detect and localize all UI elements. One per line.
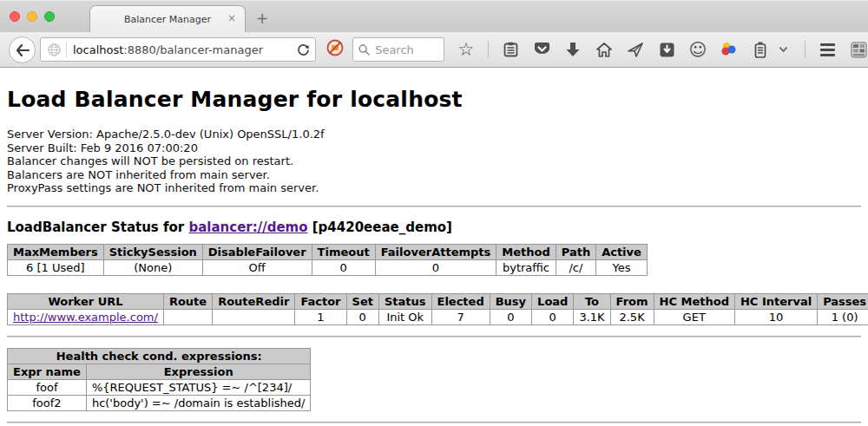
search-bar[interactable]: Search [352,37,444,62]
cell-status: Init Ok [378,309,431,324]
cell-hc-method: GET [654,309,734,324]
cell-active: Yes [596,259,648,275]
cell-maxmembers: 6 [1 Used] [8,259,104,275]
url-text[interactable]: localhost:8880/balancer-manager [73,43,293,56]
extension-download-icon[interactable] [657,40,676,59]
cell-elected: 7 [431,309,490,324]
tab-close-icon[interactable]: × [227,13,236,23]
cell-routeredir [213,309,295,324]
cell-timeout: 0 [312,259,375,275]
table-row: foof2 hc('body') =~ /domain is establish… [8,395,311,410]
cell-hc-interval: 10 [734,309,817,324]
address-bar[interactable]: localhost:8880/balancer-manager [40,37,316,62]
cell-expression: %{REQUEST_STATUS} =~ /^[234]/ [86,379,311,395]
reading-list-icon[interactable] [501,40,520,59]
smiley-extension-icon[interactable]: ☺ [688,40,707,59]
cell-set: 0 [346,309,378,324]
window-controls [10,11,55,22]
header-expr-name: Expr name [8,364,87,379]
zoom-window-button[interactable] [44,11,55,22]
section-divider [7,206,861,207]
reload-icon [297,43,310,56]
content-block-icon[interactable] [326,39,344,60]
cell-passes: 1 (0) [818,309,868,324]
header-active: Active [596,244,648,259]
balancer-settings-table: MaxMembers StickySession DisableFailover… [7,244,648,276]
url-host: localhost [73,43,123,56]
cell-from: 2.5K [610,309,654,324]
worker-row: http://www.example.com/ 1 0 Init Ok 7 0 … [8,309,868,324]
header-path: Path [556,244,595,259]
cell-expr-name: foof [8,379,87,395]
balancer-status-heading: LoadBalancer Status for balancer://demo … [7,220,861,235]
chevron-down-icon[interactable] [773,40,792,59]
server-built-line: Server Built: Feb 9 2016 07:00:20 [7,141,861,155]
cell-method: bytraffic [496,259,556,275]
table-header-row: MaxMembers StickySession DisableFailover… [8,244,648,259]
cell-worker-url: http://www.example.com/ [8,309,164,324]
pocket-icon[interactable] [532,40,551,59]
page-title: Load Balancer Manager for localhost [7,87,861,112]
table-row: 6 [1 Used] (None) Off 0 0 bytraffic /c/ … [8,259,648,275]
header-status: Status [378,293,431,309]
balancer-status-suffix: [p4420eeae_demo] [308,220,452,235]
minimize-window-button[interactable] [27,11,37,22]
header-load: Load [532,293,574,309]
downloads-icon[interactable] [563,40,582,59]
cell-path: /c/ [556,259,595,275]
battery-extension-icon[interactable] [751,40,770,59]
table-title-row: Health check cond. expressions: [8,348,311,364]
close-window-button[interactable] [10,11,20,22]
health-table-title: Health check cond. expressions: [8,348,311,364]
tiles-icon[interactable] [849,40,868,59]
search-placeholder: Search [375,43,414,56]
section-divider [7,336,861,338]
cell-stickysession: (None) [103,259,202,275]
cell-expr-name: foof2 [8,395,87,410]
proxypass-notice-line: ProxyPass settings are NOT inherited fro… [7,181,861,195]
cell-load: 0 [532,309,574,324]
header-busy: Busy [490,293,531,309]
table-header-row: Expr name Expression [8,364,311,379]
back-button[interactable] [9,36,36,63]
header-factor: Factor [295,293,346,309]
header-stickysession: StickySession [103,244,202,259]
bookmark-star-icon[interactable]: ☆ [457,40,476,59]
header-timeout: Timeout [312,244,375,259]
menu-hamburger-icon[interactable] [818,40,837,59]
cell-disablefailover: Off [202,259,312,275]
urlbar-divider [66,42,67,57]
header-method: Method [496,244,556,259]
search-icon [358,44,370,56]
header-passes: Passes [818,293,868,309]
worker-table-wrap: Worker URL Route RouteRedir Factor Set S… [7,293,861,325]
header-hc-method: HC Method [654,293,734,309]
balancer-demo-link[interactable]: balancer://demo [188,220,307,235]
header-elected: Elected [431,293,490,309]
navigation-toolbar: localhost:8880/balancer-manager Search [0,32,868,68]
home-icon[interactable] [595,40,614,59]
reload-button[interactable] [297,43,310,56]
tab-balancer-manager[interactable]: Balancer Manager × [89,5,246,33]
send-share-icon[interactable] [626,40,645,59]
balancer-status-prefix: LoadBalancer Status for [7,220,188,235]
globe-icon [48,43,61,56]
cell-failoverattempts: 0 [375,259,496,275]
server-version-line: Server Version: Apache/2.5.0-dev (Unix) … [7,128,861,141]
inherit-notice-line: Balancers are NOT inherited from main se… [7,168,861,182]
header-routeredir: RouteRedir [213,293,295,309]
page-content: Load Balancer Manager for localhost Serv… [0,68,868,423]
new-tab-button[interactable]: + [256,10,268,27]
worker-table: Worker URL Route RouteRedir Factor Set S… [7,293,868,325]
colored-dots-extension-icon[interactable] [720,40,739,59]
health-check-table: Health check cond. expressions: Expr nam… [7,348,311,411]
cell-to: 3.1K [574,309,610,324]
header-set: Set [346,293,378,309]
cell-factor: 1 [295,309,346,324]
toolbar-divider [805,41,806,58]
header-failoverattempts: FailoverAttempts [375,244,496,259]
table-header-row: Worker URL Route RouteRedir Factor Set S… [8,293,868,309]
toolbar-icons: ☆ [457,40,868,59]
worker-url-link[interactable]: http://www.example.com/ [13,311,158,324]
toolbar-divider [488,41,489,58]
